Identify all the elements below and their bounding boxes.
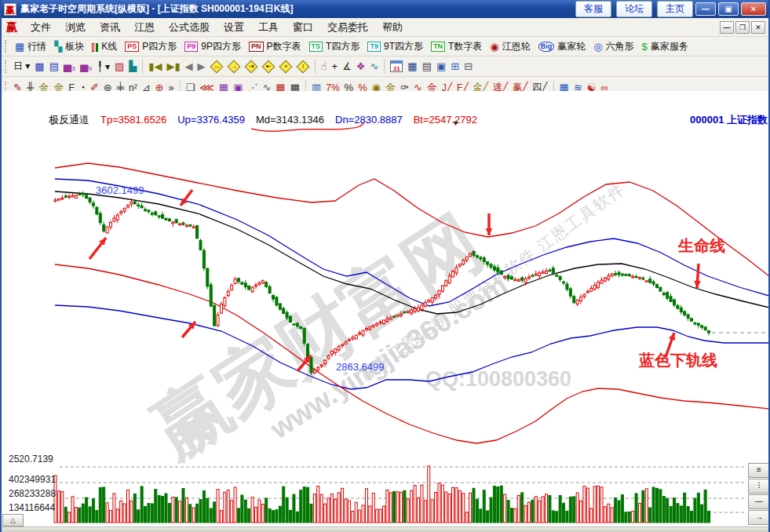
badge-icon: TN: [431, 42, 445, 52]
glyph-icon: $: [642, 42, 648, 52]
menu-公式选股[interactable]: 公式选股: [162, 20, 217, 35]
diamond-arrow-icon: ↕: [296, 60, 309, 73]
histogram-button[interactable]: ▙: [126, 58, 139, 75]
compress-view-button[interactable]: ▩: [32, 58, 46, 75]
9p-square-button[interactable]: P99P四方形: [181, 38, 245, 55]
glyph-icon: ▶: [198, 61, 206, 71]
maximize-button[interactable]: ▣: [718, 2, 739, 16]
calendar-icon: 21: [390, 60, 403, 72]
glyph-icon: ◉: [490, 42, 498, 52]
close-button[interactable]: ✕: [741, 2, 766, 16]
9t-square-button[interactable]: T99T四方形: [363, 38, 427, 55]
info-panel-button[interactable]: ▤: [47, 58, 61, 75]
bars3-button[interactable]: ▅₃: [61, 58, 78, 75]
glyph-icon: ∿: [370, 61, 378, 71]
diamond-out-button[interactable]: ⇤: [260, 58, 277, 75]
export-button[interactable]: ⊞: [448, 58, 462, 75]
pattern-red-button[interactable]: ▨: [112, 58, 126, 75]
compress-3-button[interactable]: ≡: [748, 463, 770, 478]
t-square-button[interactable]: TST四方形: [305, 38, 364, 55]
mdi-window-controls: —❐✕: [718, 21, 765, 34]
diamond-cross-button[interactable]: +: [277, 58, 294, 75]
indicator-row: 极反通道Tp=3581.6526Up=3376.4359Md=3143.1346…: [49, 113, 488, 127]
glyph-icon: ▅₃: [64, 61, 75, 71]
toolbar-separator: [384, 60, 385, 74]
toolbar-button-label: K线: [101, 40, 117, 53]
menu-江恩[interactable]: 江恩: [127, 20, 162, 35]
prev-bar-button[interactable]: ◀: [183, 58, 195, 75]
menu-浏览[interactable]: 浏览: [58, 20, 93, 35]
crosshair-tool-button[interactable]: +: [330, 58, 341, 75]
glyph-icon: ☝: [321, 61, 327, 71]
volume-scale-label: 268233288: [9, 488, 56, 499]
calculator-button[interactable]: ▦: [405, 58, 419, 75]
hexagon-button[interactable]: ◎六角形: [589, 38, 637, 55]
period-day-dropdown[interactable]: 日 ▾: [11, 58, 32, 75]
mdi-restore-button[interactable]: ❐: [735, 21, 750, 34]
dropdown-caret-icon[interactable]: ▼: [452, 119, 459, 127]
expand-volume-pane-button[interactable]: △: [2, 514, 24, 527]
compress-1-button[interactable]: —: [748, 494, 770, 509]
sectors-button[interactable]: ▚板块: [50, 38, 88, 55]
wave-tool-button[interactable]: ∿: [367, 58, 381, 75]
p-table-button[interactable]: PNP数字表: [245, 38, 305, 55]
diamond-right-button[interactable]: →: [225, 58, 243, 75]
calendar-button[interactable]: 21: [388, 58, 405, 75]
quotes-button[interactable]: ▦行情: [11, 38, 50, 55]
hand-tool-button[interactable]: ☝: [319, 58, 330, 75]
kline-button[interactable]: K线: [88, 38, 121, 55]
homepage-link[interactable]: 主页: [657, 1, 693, 17]
badge-icon: Big: [538, 42, 555, 52]
toolbar-button-label: 行情: [27, 40, 46, 53]
menu-bar: 赢 文件浏览资讯江恩公式选股设置工具窗口交易委托帮助 —❐✕: [2, 18, 768, 37]
first-bar-button[interactable]: ▮◀: [146, 58, 164, 75]
print-button[interactable]: ⊟: [462, 58, 475, 75]
volume-scale-label: 134116644: [9, 502, 55, 513]
winner-service-button[interactable]: $赢家服务: [638, 38, 692, 55]
winner-wheel-button[interactable]: Big赢家轮: [535, 38, 590, 55]
t-table-button[interactable]: TNT数字表: [427, 38, 486, 55]
diamond-expand-button[interactable]: ↕: [294, 58, 312, 75]
chart-area[interactable]: 赢家财富网 www.yingjia360.com 赢家江恩证券 股票分析软件 江…: [2, 91, 770, 527]
menu-交易委托[interactable]: 交易委托: [320, 20, 375, 35]
toolbar-grip: [5, 60, 8, 73]
menu-文件[interactable]: 文件: [24, 20, 58, 35]
toolbar-button-label: 9P四方形: [201, 40, 241, 53]
diamond-in-button[interactable]: ⇥: [243, 58, 260, 75]
angle-tool-button[interactable]: ∡: [340, 58, 354, 75]
high-price-label: 3602.1499: [96, 184, 144, 196]
glyph-icon: ▤: [49, 61, 59, 71]
customer-service-link[interactable]: 客服: [575, 1, 611, 17]
candle-style-dropdown[interactable]: ╿ ▾: [94, 58, 112, 75]
notes-button[interactable]: ▤: [420, 58, 434, 75]
shift-right-button[interactable]: →: [748, 510, 770, 525]
diamond-arrow-icon: ⇤: [261, 60, 275, 73]
menu-窗口[interactable]: 窗口: [286, 20, 320, 35]
glyph-icon: ◀: [185, 61, 193, 71]
menu-帮助[interactable]: 帮助: [375, 20, 410, 35]
indicator-value: Up=3376.4359: [177, 114, 245, 126]
next-bar-button[interactable]: ▶: [195, 58, 208, 75]
mdi-close-button[interactable]: ✕: [751, 21, 765, 34]
last-bar-button[interactable]: ▶▮: [164, 58, 182, 75]
menu-资讯[interactable]: 资讯: [93, 20, 127, 35]
diamond-h-button[interactable]: ↔: [208, 58, 225, 75]
compress-2-button[interactable]: ᎒: [748, 479, 770, 494]
save-button[interactable]: ▣: [434, 58, 448, 75]
forum-link[interactable]: 论坛: [616, 1, 652, 17]
gann-tool-button[interactable]: ❖: [354, 58, 368, 75]
badge-icon: PN: [249, 42, 264, 52]
mdi-minimize-button[interactable]: —: [720, 21, 734, 34]
toolbar-grip: [5, 40, 8, 53]
badge-icon: PS: [125, 42, 139, 52]
p-square-button[interactable]: PSP四方形: [121, 38, 181, 55]
bars9-button[interactable]: ▅₉: [78, 58, 94, 75]
toolbar-button-label: 江恩轮: [502, 40, 531, 53]
menu-工具[interactable]: 工具: [251, 20, 286, 35]
indicator-value: Tp=3581.6526: [100, 114, 166, 126]
gann-wheel-button[interactable]: ◉江恩轮: [486, 38, 534, 55]
minimize-button[interactable]: —: [695, 2, 716, 16]
app-logo-icon: 赢: [4, 3, 16, 16]
indicator-value: Dn=2830.8887: [335, 114, 403, 126]
menu-设置[interactable]: 设置: [217, 20, 251, 35]
